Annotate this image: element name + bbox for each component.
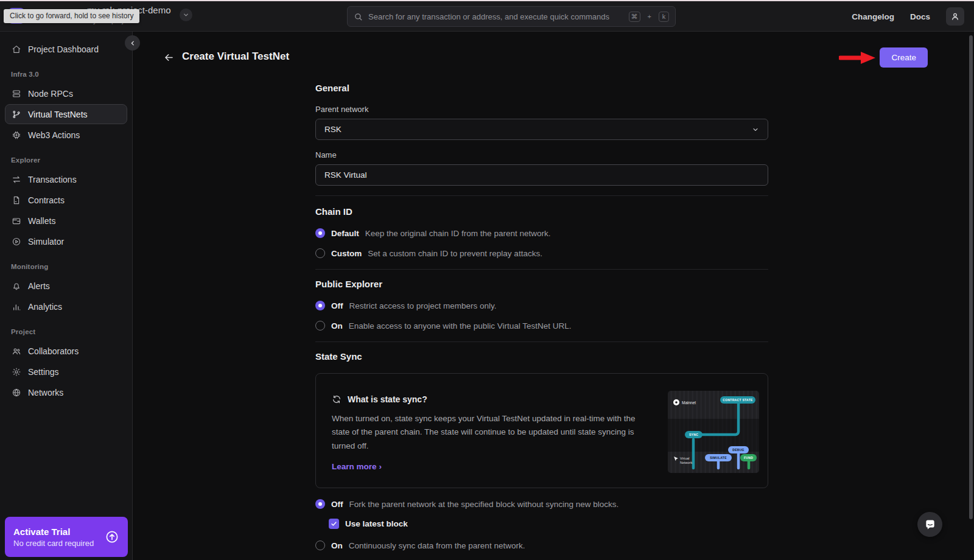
server-icon — [12, 89, 21, 99]
sidebar-item-settings[interactable]: Settings — [5, 362, 127, 382]
sidebar-item-label: Transactions — [28, 175, 77, 184]
chain-id-option-default[interactable]: Default Keep the original chain ID from … — [315, 228, 768, 238]
radio-sync-off[interactable] — [315, 499, 325, 509]
sidebar-item-label: Wallets — [28, 216, 55, 226]
section-label-project: Project — [11, 328, 121, 335]
sidebar-collapse-button[interactable] — [125, 35, 140, 51]
radio-explorer-off[interactable] — [315, 301, 325, 310]
chat-bubble-icon — [924, 519, 936, 531]
docs-link[interactable]: Docs — [910, 12, 930, 21]
chat-widget-button[interactable] — [917, 512, 942, 537]
users-icon — [12, 346, 21, 356]
name-input[interactable] — [315, 164, 768, 186]
name-label: Name — [315, 150, 768, 159]
divider — [315, 195, 768, 196]
sidebar-item-transactions[interactable]: Transactions — [5, 169, 127, 189]
learn-more-link[interactable]: Learn more › — [332, 462, 382, 471]
svg-text:DEBUG: DEBUG — [732, 448, 745, 452]
arrow-up-circle-icon — [105, 530, 119, 544]
state-sync-option-on[interactable]: On Continuously sync data from the paren… — [315, 541, 768, 550]
page-title: Create Virtual TestNet — [182, 51, 289, 63]
state-sync-heading: State Sync — [315, 351, 768, 362]
sidebar: Project Dashboard Infra 3.0 Node RPCs Vi… — [0, 32, 133, 560]
bell-icon — [12, 281, 21, 291]
chain-id-heading: Chain ID — [315, 206, 768, 217]
parent-network-value: RSK — [324, 125, 342, 134]
general-heading: General — [315, 83, 768, 93]
arrow-left-icon — [163, 52, 175, 63]
main-content: Create Virtual TestNet Create General Pa… — [133, 32, 974, 560]
info-card-body: When turned on, state sync keeps your Vi… — [332, 412, 653, 453]
section-label-infra: Infra 3.0 — [11, 71, 121, 78]
changelog-link[interactable]: Changelog — [852, 12, 894, 21]
chain-id-option-custom[interactable]: Custom Set a custom chain ID to prevent … — [315, 248, 768, 258]
git-branch-icon — [12, 110, 21, 119]
create-testnet-form: General Parent network RSK Name Chain ID… — [315, 83, 768, 560]
document-icon — [12, 195, 21, 205]
public-explorer-option-on[interactable]: On Enable access to anyone with the publ… — [315, 321, 768, 331]
svg-text:SYNC: SYNC — [689, 433, 698, 436]
section-label-explorer: Explorer — [11, 156, 121, 164]
use-latest-block-checkbox[interactable] — [329, 519, 339, 529]
global-search[interactable]: ⌘ + k — [347, 6, 676, 27]
sidebar-item-networks[interactable]: Networks — [5, 382, 127, 402]
sidebar-item-label: Collaborators — [28, 346, 79, 356]
sidebar-item-collaborators[interactable]: Collaborators — [5, 341, 127, 361]
sidebar-item-node-rpcs[interactable]: Node RPCs — [5, 83, 127, 103]
sidebar-item-wallets[interactable]: Wallets — [5, 211, 127, 231]
section-label-monitoring: Monitoring — [11, 263, 121, 270]
public-explorer-heading: Public Explorer — [315, 279, 768, 289]
radio-sync-on[interactable] — [315, 541, 325, 550]
svg-text:Virtual: Virtual — [680, 457, 690, 460]
info-card-title: What is state sync? — [348, 394, 427, 404]
search-input[interactable] — [368, 12, 623, 21]
search-icon — [354, 12, 363, 21]
sidebar-item-label: Web3 Actions — [28, 130, 80, 140]
chevron-left-icon — [130, 40, 136, 46]
state-sync-illustration: Mainnet CONTRACT STATE SYNC DEBUG SIMULA… — [668, 391, 759, 473]
sidebar-item-analytics[interactable]: Analytics — [5, 296, 127, 317]
parent-network-label: Parent network — [315, 105, 768, 114]
sidebar-item-contracts[interactable]: Contracts — [5, 190, 127, 210]
kbd-k: k — [659, 12, 669, 22]
use-latest-block-row[interactable]: Use latest block — [329, 519, 768, 529]
back-button[interactable] — [161, 50, 176, 65]
gear-icon — [12, 367, 21, 377]
topbar: my-rsk-project-demo my-rsk-project ⌘ + k… — [0, 1, 974, 32]
sidebar-item-label: Virtual TestNets — [28, 110, 88, 119]
user-icon — [950, 12, 960, 21]
public-explorer-option-off[interactable]: Off Restrict access to project members o… — [315, 301, 768, 310]
home-icon — [12, 44, 21, 54]
kbd-cmd: ⌘ — [629, 12, 640, 22]
sync-icon — [332, 394, 342, 404]
history-tooltip: Click to go forward, hold to see history — [4, 9, 139, 23]
account-button[interactable] — [946, 7, 964, 26]
sidebar-item-simulator[interactable]: Simulator — [5, 231, 127, 251]
activate-trial-banner[interactable]: Activate Trial No credit card required — [5, 517, 128, 557]
sidebar-item-virtual-testnets[interactable]: Virtual TestNets — [5, 104, 127, 124]
radio-default[interactable] — [315, 228, 325, 238]
annotation-red-arrow — [839, 51, 877, 65]
svg-text:Network: Network — [680, 461, 692, 464]
state-sync-info-card: What is state sync? When turned on, stat… — [315, 373, 768, 488]
svg-text:SIMULATE: SIMULATE — [710, 456, 727, 460]
radio-custom[interactable] — [315, 248, 325, 258]
page-scrollbar[interactable] — [969, 35, 973, 519]
sidebar-item-project-dashboard[interactable]: Project Dashboard — [5, 39, 127, 59]
svg-text:FUND: FUND — [744, 456, 753, 460]
chevron-down-icon — [752, 126, 759, 133]
parent-network-select[interactable]: RSK — [315, 119, 768, 140]
sidebar-item-alerts[interactable]: Alerts — [5, 276, 127, 296]
project-chevron-down-icon[interactable] — [180, 9, 192, 21]
radio-explorer-on[interactable] — [315, 321, 325, 331]
svg-text:Mainnet: Mainnet — [682, 401, 696, 405]
state-sync-option-off[interactable]: Off Fork the parent network at the speci… — [315, 499, 768, 509]
trial-title: Activate Trial — [13, 525, 105, 538]
trial-subtitle: No credit card required — [13, 538, 105, 549]
sidebar-item-label: Contracts — [28, 195, 65, 205]
cpu-icon — [12, 130, 21, 140]
sidebar-item-web3-actions[interactable]: Web3 Actions — [5, 125, 127, 145]
create-button[interactable]: Create — [880, 47, 928, 68]
chevron-right-icon: › — [379, 462, 382, 471]
divider — [315, 341, 768, 342]
